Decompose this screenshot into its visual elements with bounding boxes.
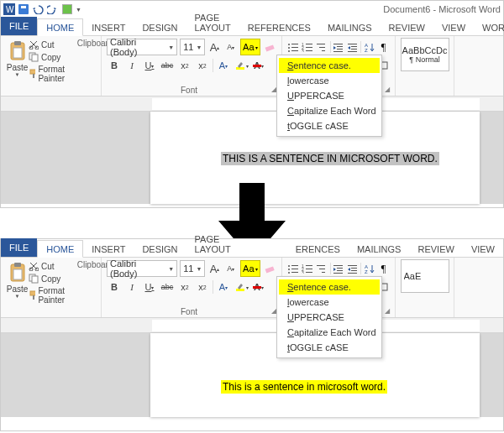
copy-icon: [29, 274, 39, 284]
style-normal-2[interactable]: AaE: [401, 259, 449, 293]
strike-button-2[interactable]: abc: [160, 279, 175, 295]
menu-capitalize-2[interactable]: Capitalize Each Word: [279, 325, 380, 340]
tab-review[interactable]: REVIEW: [381, 19, 433, 35]
subscript-button-2[interactable]: x2: [177, 279, 192, 295]
font-color-button-2[interactable]: A▾: [251, 279, 266, 295]
italic-button[interactable]: I: [124, 57, 139, 74]
tab-file-2[interactable]: FILE: [1, 238, 37, 257]
grow-font-button-2[interactable]: A▴: [207, 260, 221, 277]
highlight-button[interactable]: ▾: [234, 57, 249, 74]
superscript-button[interactable]: x2: [195, 57, 210, 74]
font-size-combo-2[interactable]: 11▼: [180, 260, 205, 277]
shrink-font-button[interactable]: A▾: [224, 39, 238, 55]
outdent-icon: [333, 42, 344, 52]
sort-button[interactable]: AZ: [363, 39, 375, 55]
change-case-button-2[interactable]: Aa▾: [240, 260, 260, 277]
style-normal[interactable]: AaBbCcDc ¶ Normal: [401, 38, 449, 71]
font-name-combo-2[interactable]: Calibri (Body)▼: [107, 260, 177, 277]
font-size-combo[interactable]: 11▼: [180, 39, 205, 55]
tab-mailings-2[interactable]: MAILINGS: [349, 241, 410, 257]
tab-page-layout[interactable]: PAGE LAYOUT: [186, 9, 239, 35]
menu-sentence-case-2[interactable]: Sentence case.: [279, 279, 380, 295]
superscript-button-2[interactable]: x2: [195, 279, 210, 295]
qat-dropdown-icon[interactable]: ▼: [76, 7, 81, 13]
sort-button-2[interactable]: AZ: [363, 261, 375, 276]
tab-references-2-partial[interactable]: ERENCES: [287, 241, 349, 257]
bullets-button-2[interactable]: [287, 261, 300, 276]
text-effects-button[interactable]: A▾: [216, 57, 231, 74]
paragraph-launcher-icon-2[interactable]: ◢: [385, 307, 390, 316]
subscript-button[interactable]: x2: [177, 57, 192, 74]
show-hide-button-2[interactable]: ¶: [377, 261, 390, 276]
cut-button-2[interactable]: Cut: [29, 261, 77, 271]
tab-design[interactable]: DESIGN: [134, 19, 186, 35]
ruler-2[interactable]: [1, 318, 503, 333]
clear-formatting-button-2[interactable]: [263, 260, 276, 277]
tab-view[interactable]: VIEW: [433, 19, 474, 35]
menu-uppercase[interactable]: UPPERCASE: [279, 88, 380, 103]
bullets-button[interactable]: [287, 39, 300, 55]
paragraph-launcher-icon[interactable]: ◢: [385, 86, 390, 95]
change-case-button[interactable]: Aa▾: [240, 39, 260, 55]
shrink-font-button-2[interactable]: A▾: [224, 260, 238, 277]
tab-home[interactable]: HOME: [37, 18, 83, 36]
underline-button-2[interactable]: U▾: [142, 279, 157, 295]
result-text[interactable]: This is a sentence in microsoft word.: [221, 380, 387, 394]
font-color-button[interactable]: A▾: [251, 57, 266, 74]
strike-button[interactable]: abc: [160, 57, 175, 74]
save-icon[interactable]: [18, 4, 29, 14]
copy-button[interactable]: Copy: [29, 52, 77, 62]
tab-references[interactable]: REFERENCES: [239, 19, 319, 35]
svg-text:W: W: [6, 5, 14, 14]
grow-font-button[interactable]: A▴: [207, 39, 221, 55]
italic-button-2[interactable]: I: [124, 279, 139, 295]
ruler[interactable]: [1, 97, 503, 112]
text-effects-button-2[interactable]: A▾: [216, 279, 231, 295]
font-name-combo[interactable]: Calibri (Body)▼: [107, 39, 177, 55]
menu-uppercase-2[interactable]: UPPERCASE: [279, 310, 380, 325]
redo-icon[interactable]: [47, 4, 59, 14]
tab-worldox[interactable]: WORLDOX: [474, 19, 504, 35]
cut-button[interactable]: Cut: [29, 39, 77, 50]
group-clipboard-2: Paste ▼ Cut Copy Format Painter Clipboar…: [1, 258, 102, 317]
decrease-indent-button-2[interactable]: [333, 261, 345, 276]
selected-text[interactable]: THIS IS A SENTENCE IN MICROSOFT WORD.: [221, 152, 439, 165]
increase-indent-button[interactable]: [346, 39, 359, 55]
menu-sentence-case[interactable]: Sentence case.: [279, 58, 380, 73]
menu-toggle-case[interactable]: tOGGLE cASE: [279, 118, 380, 133]
tab-design-2[interactable]: DESIGN: [134, 241, 186, 257]
decrease-indent-button[interactable]: [333, 39, 345, 55]
numbering-button[interactable]: 123: [302, 39, 314, 55]
tab-review-2[interactable]: REVIEW: [409, 241, 462, 257]
tab-home-2[interactable]: HOME: [37, 240, 83, 258]
tab-view-2[interactable]: VIEW: [463, 241, 503, 257]
color-swatch[interactable]: [62, 4, 72, 14]
tab-file[interactable]: FILE: [1, 17, 37, 35]
paste-button[interactable]: Paste ▼: [6, 38, 29, 95]
multilevel-button[interactable]: [316, 39, 328, 55]
tab-page-layout-2[interactable]: PAGE LAYOUT: [186, 231, 251, 257]
menu-lowercase[interactable]: lowercase: [279, 73, 380, 88]
undo-icon[interactable]: [32, 4, 44, 14]
tab-mailings[interactable]: MAILINGS: [319, 19, 381, 35]
bold-button[interactable]: B: [107, 57, 122, 74]
paste-button-2[interactable]: Paste ▼: [6, 259, 29, 316]
format-painter-button[interactable]: Format Painter: [29, 65, 77, 83]
format-painter-button-2[interactable]: Format Painter: [29, 286, 77, 305]
numbering-button-2[interactable]: 123: [302, 261, 314, 276]
svg-rect-94: [348, 273, 357, 274]
menu-lowercase-2[interactable]: lowercase: [279, 295, 380, 310]
menu-capitalize[interactable]: Capitalize Each Word: [279, 103, 380, 118]
menu-toggle-case-2[interactable]: tOGGLE cASE: [279, 340, 380, 355]
document-area-2[interactable]: This is a sentence in microsoft word.: [1, 333, 503, 417]
increase-indent-button-2[interactable]: [346, 261, 359, 276]
tab-insert-2[interactable]: INSERT: [83, 241, 134, 257]
multilevel-button-2[interactable]: [316, 261, 328, 276]
clear-formatting-button[interactable]: [263, 39, 276, 55]
bold-button-2[interactable]: B: [107, 279, 122, 295]
underline-button[interactable]: U▾: [142, 57, 157, 74]
show-hide-button[interactable]: ¶: [377, 39, 390, 55]
highlight-button-2[interactable]: ▾: [234, 279, 249, 295]
tab-insert[interactable]: INSERT: [83, 19, 134, 35]
copy-button-2[interactable]: Copy: [29, 274, 77, 284]
